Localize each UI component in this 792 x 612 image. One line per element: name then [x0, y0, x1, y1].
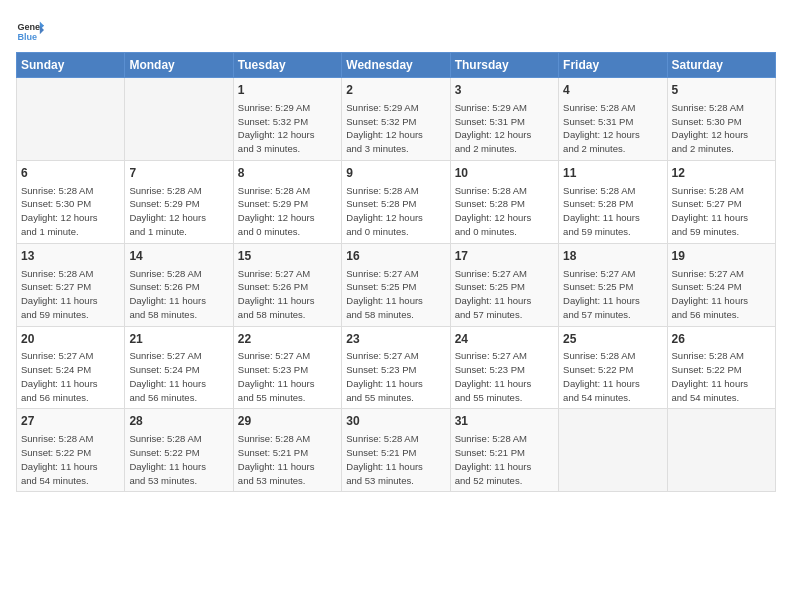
day-cell: 6Sunrise: 5:28 AM Sunset: 5:30 PM Daylig… [17, 160, 125, 243]
day-info: Sunrise: 5:27 AM Sunset: 5:23 PM Dayligh… [346, 349, 445, 404]
day-cell: 30Sunrise: 5:28 AM Sunset: 5:21 PM Dayli… [342, 409, 450, 492]
weekday-header-thursday: Thursday [450, 53, 558, 78]
day-cell: 11Sunrise: 5:28 AM Sunset: 5:28 PM Dayli… [559, 160, 667, 243]
day-info: Sunrise: 5:28 AM Sunset: 5:27 PM Dayligh… [672, 184, 771, 239]
day-info: Sunrise: 5:29 AM Sunset: 5:32 PM Dayligh… [238, 101, 337, 156]
day-info: Sunrise: 5:27 AM Sunset: 5:23 PM Dayligh… [238, 349, 337, 404]
day-info: Sunrise: 5:27 AM Sunset: 5:24 PM Dayligh… [21, 349, 120, 404]
weekday-header-wednesday: Wednesday [342, 53, 450, 78]
day-number: 25 [563, 331, 662, 348]
day-info: Sunrise: 5:28 AM Sunset: 5:27 PM Dayligh… [21, 267, 120, 322]
day-info: Sunrise: 5:28 AM Sunset: 5:22 PM Dayligh… [129, 432, 228, 487]
day-info: Sunrise: 5:28 AM Sunset: 5:31 PM Dayligh… [563, 101, 662, 156]
svg-text:Blue: Blue [17, 32, 37, 42]
day-info: Sunrise: 5:27 AM Sunset: 5:24 PM Dayligh… [129, 349, 228, 404]
day-info: Sunrise: 5:27 AM Sunset: 5:25 PM Dayligh… [346, 267, 445, 322]
day-cell: 23Sunrise: 5:27 AM Sunset: 5:23 PM Dayli… [342, 326, 450, 409]
weekday-header-friday: Friday [559, 53, 667, 78]
day-number: 24 [455, 331, 554, 348]
day-cell: 21Sunrise: 5:27 AM Sunset: 5:24 PM Dayli… [125, 326, 233, 409]
day-cell: 15Sunrise: 5:27 AM Sunset: 5:26 PM Dayli… [233, 243, 341, 326]
day-number: 20 [21, 331, 120, 348]
day-cell: 12Sunrise: 5:28 AM Sunset: 5:27 PM Dayli… [667, 160, 775, 243]
day-number: 14 [129, 248, 228, 265]
day-cell: 8Sunrise: 5:28 AM Sunset: 5:29 PM Daylig… [233, 160, 341, 243]
day-cell: 24Sunrise: 5:27 AM Sunset: 5:23 PM Dayli… [450, 326, 558, 409]
logo-icon: General Blue [16, 16, 44, 44]
day-info: Sunrise: 5:28 AM Sunset: 5:28 PM Dayligh… [455, 184, 554, 239]
week-row-2: 6Sunrise: 5:28 AM Sunset: 5:30 PM Daylig… [17, 160, 776, 243]
day-cell: 26Sunrise: 5:28 AM Sunset: 5:22 PM Dayli… [667, 326, 775, 409]
day-info: Sunrise: 5:28 AM Sunset: 5:21 PM Dayligh… [346, 432, 445, 487]
day-number: 9 [346, 165, 445, 182]
weekday-header-sunday: Sunday [17, 53, 125, 78]
day-cell [125, 78, 233, 161]
day-info: Sunrise: 5:28 AM Sunset: 5:30 PM Dayligh… [21, 184, 120, 239]
day-cell: 31Sunrise: 5:28 AM Sunset: 5:21 PM Dayli… [450, 409, 558, 492]
day-number: 2 [346, 82, 445, 99]
day-cell: 27Sunrise: 5:28 AM Sunset: 5:22 PM Dayli… [17, 409, 125, 492]
day-cell: 13Sunrise: 5:28 AM Sunset: 5:27 PM Dayli… [17, 243, 125, 326]
day-info: Sunrise: 5:28 AM Sunset: 5:21 PM Dayligh… [238, 432, 337, 487]
day-info: Sunrise: 5:29 AM Sunset: 5:31 PM Dayligh… [455, 101, 554, 156]
day-cell: 29Sunrise: 5:28 AM Sunset: 5:21 PM Dayli… [233, 409, 341, 492]
day-cell: 14Sunrise: 5:28 AM Sunset: 5:26 PM Dayli… [125, 243, 233, 326]
day-info: Sunrise: 5:27 AM Sunset: 5:23 PM Dayligh… [455, 349, 554, 404]
weekday-header-saturday: Saturday [667, 53, 775, 78]
day-info: Sunrise: 5:28 AM Sunset: 5:29 PM Dayligh… [238, 184, 337, 239]
week-row-1: 1Sunrise: 5:29 AM Sunset: 5:32 PM Daylig… [17, 78, 776, 161]
day-number: 26 [672, 331, 771, 348]
day-number: 3 [455, 82, 554, 99]
day-number: 10 [455, 165, 554, 182]
day-number: 11 [563, 165, 662, 182]
weekday-header-tuesday: Tuesday [233, 53, 341, 78]
day-cell [667, 409, 775, 492]
day-number: 22 [238, 331, 337, 348]
day-number: 19 [672, 248, 771, 265]
day-info: Sunrise: 5:27 AM Sunset: 5:25 PM Dayligh… [563, 267, 662, 322]
day-info: Sunrise: 5:28 AM Sunset: 5:26 PM Dayligh… [129, 267, 228, 322]
day-info: Sunrise: 5:27 AM Sunset: 5:25 PM Dayligh… [455, 267, 554, 322]
day-cell: 2Sunrise: 5:29 AM Sunset: 5:32 PM Daylig… [342, 78, 450, 161]
day-number: 7 [129, 165, 228, 182]
day-number: 1 [238, 82, 337, 99]
day-cell [17, 78, 125, 161]
day-number: 23 [346, 331, 445, 348]
day-info: Sunrise: 5:28 AM Sunset: 5:29 PM Dayligh… [129, 184, 228, 239]
day-info: Sunrise: 5:27 AM Sunset: 5:24 PM Dayligh… [672, 267, 771, 322]
day-number: 6 [21, 165, 120, 182]
day-info: Sunrise: 5:28 AM Sunset: 5:21 PM Dayligh… [455, 432, 554, 487]
day-number: 5 [672, 82, 771, 99]
day-cell: 25Sunrise: 5:28 AM Sunset: 5:22 PM Dayli… [559, 326, 667, 409]
day-number: 15 [238, 248, 337, 265]
day-number: 18 [563, 248, 662, 265]
day-number: 29 [238, 413, 337, 430]
week-row-3: 13Sunrise: 5:28 AM Sunset: 5:27 PM Dayli… [17, 243, 776, 326]
day-cell: 16Sunrise: 5:27 AM Sunset: 5:25 PM Dayli… [342, 243, 450, 326]
day-cell: 17Sunrise: 5:27 AM Sunset: 5:25 PM Dayli… [450, 243, 558, 326]
day-cell: 19Sunrise: 5:27 AM Sunset: 5:24 PM Dayli… [667, 243, 775, 326]
logo: General Blue [16, 16, 44, 44]
day-number: 13 [21, 248, 120, 265]
day-info: Sunrise: 5:27 AM Sunset: 5:26 PM Dayligh… [238, 267, 337, 322]
day-info: Sunrise: 5:28 AM Sunset: 5:22 PM Dayligh… [21, 432, 120, 487]
day-info: Sunrise: 5:28 AM Sunset: 5:28 PM Dayligh… [563, 184, 662, 239]
day-info: Sunrise: 5:28 AM Sunset: 5:30 PM Dayligh… [672, 101, 771, 156]
day-number: 21 [129, 331, 228, 348]
calendar-table: SundayMondayTuesdayWednesdayThursdayFrid… [16, 52, 776, 492]
day-cell: 4Sunrise: 5:28 AM Sunset: 5:31 PM Daylig… [559, 78, 667, 161]
day-cell: 18Sunrise: 5:27 AM Sunset: 5:25 PM Dayli… [559, 243, 667, 326]
day-number: 27 [21, 413, 120, 430]
day-number: 16 [346, 248, 445, 265]
day-cell: 1Sunrise: 5:29 AM Sunset: 5:32 PM Daylig… [233, 78, 341, 161]
day-cell: 28Sunrise: 5:28 AM Sunset: 5:22 PM Dayli… [125, 409, 233, 492]
day-info: Sunrise: 5:28 AM Sunset: 5:22 PM Dayligh… [563, 349, 662, 404]
page-header: General Blue [16, 16, 776, 44]
day-info: Sunrise: 5:29 AM Sunset: 5:32 PM Dayligh… [346, 101, 445, 156]
day-number: 31 [455, 413, 554, 430]
day-number: 28 [129, 413, 228, 430]
day-cell [559, 409, 667, 492]
day-info: Sunrise: 5:28 AM Sunset: 5:22 PM Dayligh… [672, 349, 771, 404]
day-number: 8 [238, 165, 337, 182]
week-row-5: 27Sunrise: 5:28 AM Sunset: 5:22 PM Dayli… [17, 409, 776, 492]
